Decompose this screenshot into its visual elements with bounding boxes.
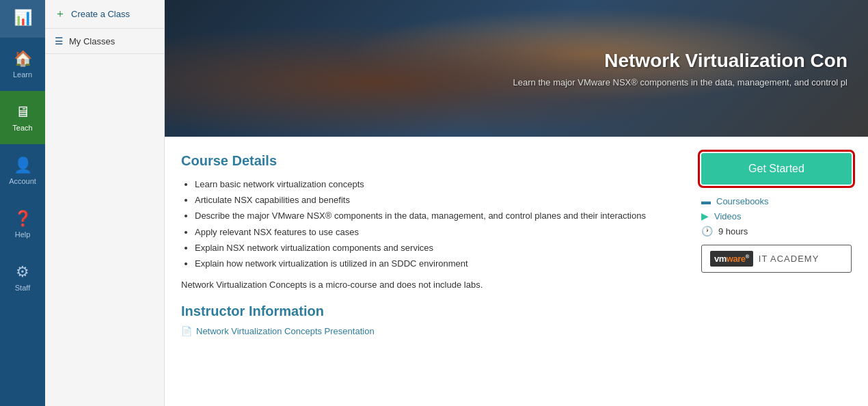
instructor-link-label: Network Virtualization Concepts Presenta… (196, 326, 375, 336)
sidebar: ＋ Create a Class ☰ My Classes (45, 0, 165, 406)
account-label: Account (9, 177, 36, 185)
left-content: Course Details Learn basic network virtu… (181, 153, 685, 336)
vmware-badge: vmware® IT ACADEMY (701, 245, 852, 273)
nav-item-learn[interactable]: 🏠 Learn (0, 38, 45, 91)
instructor-presentation-link[interactable]: 📄 Network Virtualization Concepts Presen… (181, 326, 685, 336)
main-content: Network Virtualization Con Learn the maj… (165, 0, 868, 406)
resource-list: ▬ Coursebooks ▶ Videos 🕐 9 hours (701, 195, 852, 236)
get-started-button[interactable]: Get Started (701, 153, 852, 185)
videos-label: Videos (714, 211, 742, 221)
it-academy-label: IT ACADEMY (759, 254, 819, 264)
analytics-icon: 📊 (14, 9, 32, 27)
help-icon: ❓ (14, 210, 32, 228)
plus-icon: ＋ (55, 7, 66, 21)
create-class-label: Create a Class (71, 9, 130, 19)
account-icon: 👤 (14, 157, 32, 174)
instructor-info-title: Instructor Information (181, 303, 685, 319)
learn-icon: 🏠 (14, 50, 32, 68)
list-item: Articulate NSX capabilities and benefits (195, 194, 685, 206)
hero-title: Network Virtualization Con (513, 50, 847, 72)
staff-label: Staff (15, 284, 30, 292)
hero-text-container: Network Virtualization Con Learn the maj… (377, 50, 868, 87)
duration-item: 🕐 9 hours (701, 226, 852, 236)
right-sidebar: Get Started ▬ Coursebooks ▶ Videos 🕐 9 h… (701, 153, 852, 336)
nav-item-teach[interactable]: 🖥 Teach (0, 91, 45, 144)
learn-label: Learn (13, 70, 32, 79)
list-icon: ☰ (55, 36, 64, 46)
clock-icon: 🕐 (701, 226, 713, 236)
course-note: Network Virtualization Concepts is a mic… (181, 280, 685, 290)
staff-icon: ⚙ (16, 263, 29, 281)
list-item: Explain how network virtualization is ut… (195, 258, 685, 270)
course-details-title: Course Details (181, 153, 685, 169)
videos-item[interactable]: ▶ Videos (701, 211, 852, 221)
create-class-item[interactable]: ＋ Create a Class (45, 0, 164, 29)
help-label: Help (15, 230, 31, 239)
my-classes-item[interactable]: ☰ My Classes (45, 29, 164, 54)
my-classes-label: My Classes (69, 36, 115, 46)
list-item: Apply relevant NSX features to use cases (195, 226, 685, 239)
list-item: Explain NSX network virtualization compo… (195, 242, 685, 254)
teach-label: Teach (12, 124, 32, 132)
hero-banner: Network Virtualization Con Learn the maj… (165, 0, 868, 137)
list-item: Learn basic network virtualization conce… (195, 178, 685, 191)
course-details-list: Learn basic network virtualization conce… (181, 178, 685, 270)
left-navigation: 📊 🏠 Learn 🖥 Teach 👤 Account ❓ Help ⚙ Sta… (0, 0, 45, 406)
nav-item-staff[interactable]: ⚙ Staff (0, 251, 45, 304)
content-area: Course Details Learn basic network virtu… (165, 137, 868, 353)
play-icon: ▶ (701, 211, 709, 221)
document-icon: 📄 (181, 326, 192, 336)
nav-item-help[interactable]: ❓ Help (0, 198, 45, 251)
nav-item-analytics[interactable]: 📊 (0, 0, 45, 38)
teach-icon: 🖥 (15, 103, 30, 121)
list-item: Describe the major VMware NSX® component… (195, 210, 685, 222)
coursebooks-label: Coursebooks (716, 196, 769, 206)
hero-subtitle: Learn the major VMware NSX® components i… (513, 77, 847, 87)
nav-item-account[interactable]: 👤 Account (0, 144, 45, 198)
book-icon: ▬ (701, 195, 711, 206)
vmware-logo: vmware® (710, 251, 753, 267)
duration-label: 9 hours (718, 226, 748, 236)
coursebooks-item[interactable]: ▬ Coursebooks (701, 195, 852, 206)
